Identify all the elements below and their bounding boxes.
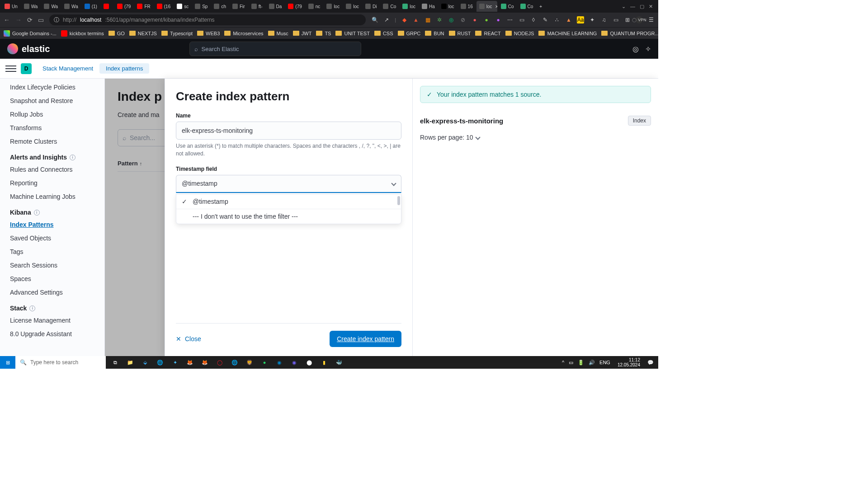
timestamp-select[interactable]: @timestamp	[176, 175, 401, 193]
ext-icon[interactable]: ∴	[553, 16, 561, 23]
sidebar-item[interactable]: Remote Clusters	[0, 135, 104, 148]
browser-tab[interactable]: Di	[363, 1, 379, 12]
browser-tab[interactable]: Wa	[61, 1, 81, 12]
ext-icon[interactable]: ⊘	[459, 16, 467, 23]
taskbar-app[interactable]: 🌐	[228, 356, 241, 369]
breadcrumb-index-patterns[interactable]: Index patterns	[99, 63, 149, 74]
sidebar-item[interactable]: Snapshot and Restore	[0, 94, 104, 108]
browser-tab[interactable]: loc	[343, 1, 362, 12]
share-icon[interactable]: ↗	[383, 16, 390, 23]
bookmark-item[interactable]: Typescript	[161, 31, 193, 36]
maximize-icon[interactable]: ▢	[640, 4, 644, 9]
taskbar-app[interactable]: ✦	[168, 356, 182, 369]
sidebar-item[interactable]: Index Lifecycle Policies	[0, 80, 104, 94]
browser-tab[interactable]: (79	[285, 1, 304, 12]
sidebar-item[interactable]: Tags	[0, 245, 104, 258]
sidebar-item[interactable]: License Management	[0, 314, 104, 327]
url-input[interactable]: ⓘ http://localhost:5601/app/management/k…	[49, 14, 366, 25]
ext-icon[interactable]: ▦	[424, 16, 431, 23]
ext-icon[interactable]: ▭	[612, 16, 619, 23]
ext-icon[interactable]: ⊞	[624, 16, 631, 23]
bookmark-item[interactable]: MACHINE LEARNING	[538, 31, 597, 36]
sidebar-item[interactable]: Spaces	[0, 272, 104, 286]
scrollbar[interactable]	[397, 196, 400, 205]
taskbar-app[interactable]: ◉	[288, 356, 301, 369]
sidebar-item[interactable]: Rules and Connectors	[0, 163, 104, 176]
browser-tab[interactable]: 16	[458, 1, 476, 12]
close-button[interactable]: ✕ Close	[176, 335, 201, 343]
back-icon[interactable]: ←	[4, 16, 10, 23]
taskbar-app[interactable]: ◉	[273, 356, 286, 369]
taskbar-app[interactable]: 🐳	[332, 356, 346, 369]
sidebar-item[interactable]: 8.0 Upgrade Assistant	[0, 327, 104, 341]
browser-tab[interactable]: Ha	[419, 1, 438, 12]
create-index-pattern-button[interactable]: Create index pattern	[330, 331, 401, 347]
menu-icon[interactable]: ☰	[647, 16, 655, 23]
taskbar-app[interactable]: 🌐	[153, 356, 167, 369]
info-icon[interactable]: i	[34, 210, 40, 216]
taskbar-clock[interactable]: 11:12 12.05.2024	[615, 357, 643, 367]
taskbar-app[interactable]: ⬙	[138, 356, 152, 369]
bookmark-item[interactable]: WEB3	[197, 31, 220, 36]
browser-tab[interactable]: Wa	[41, 1, 61, 12]
bookmark-item[interactable]: RUST	[449, 31, 471, 36]
bookmark-item[interactable]: QUANTUM PROGR...	[601, 31, 658, 36]
tray-expand-icon[interactable]: ^	[562, 360, 564, 365]
rows-per-page[interactable]: Rows per page: 10	[420, 134, 651, 141]
ext-icon[interactable]: ◊	[530, 16, 537, 23]
ext-icon[interactable]: ◎	[448, 16, 455, 23]
browser-tab[interactable]: ft-	[249, 1, 265, 12]
newsfeed-icon[interactable]: ◎	[632, 45, 639, 53]
browser-tab[interactable]: Da	[266, 1, 285, 12]
bookmark-item[interactable]: BUN	[425, 31, 444, 36]
forward-icon[interactable]: →	[15, 16, 22, 23]
browser-tab[interactable]: (1)	[82, 1, 100, 12]
global-search[interactable]: ⌕ Search Elastic	[189, 42, 361, 56]
minimize-icon[interactable]: —	[630, 4, 635, 9]
bookmark-item[interactable]: NEXTJS	[129, 31, 157, 36]
help-icon[interactable]: ✧	[645, 45, 651, 53]
ext-icon[interactable]: ⋯	[506, 16, 514, 23]
breadcrumb-stack-management[interactable]: Stack Management	[36, 63, 99, 74]
browser-tab[interactable]: Fir	[230, 1, 248, 12]
taskbar-search[interactable]: 🔍 Type here to search	[15, 356, 106, 369]
tray-volume-icon[interactable]: 🔊	[589, 360, 595, 366]
browser-tab[interactable]: Co	[498, 1, 517, 12]
elastic-logo[interactable]: elastic	[7, 43, 50, 54]
task-view-icon[interactable]: ⧉	[108, 356, 122, 369]
browser-tab[interactable]: loc	[400, 1, 418, 12]
tray-icon[interactable]: 🔋	[578, 360, 584, 366]
ext-icon[interactable]: ♫	[600, 16, 608, 23]
sidebar-item[interactable]: Machine Learning Jobs	[0, 190, 104, 203]
reload-icon[interactable]: ⟳	[27, 16, 33, 23]
sidebar-item[interactable]: Reporting	[0, 176, 104, 190]
ext-icon[interactable]: ▲	[565, 16, 572, 23]
browser-tab[interactable]: (79	[114, 1, 133, 12]
dropdown-option-timestamp[interactable]: @timestamp	[176, 194, 401, 209]
browser-tab-active[interactable]: loc✕	[476, 1, 497, 12]
taskbar-app[interactable]: ◯	[213, 356, 226, 369]
start-button[interactable]: ⊞	[0, 356, 15, 369]
vpn-badge[interactable]: ◯VPN	[636, 16, 643, 23]
brave-shield-icon[interactable]: ◆	[401, 16, 408, 23]
tray-icon[interactable]: ▭	[569, 360, 573, 366]
bookmark-item[interactable]: JWT	[293, 31, 312, 36]
close-window-icon[interactable]: ✕	[649, 4, 653, 9]
sidebar-item-index-patterns[interactable]: Index Patterns	[0, 218, 104, 231]
browser-tab[interactable]: Co	[518, 1, 536, 12]
ext-icon[interactable]: ✎	[542, 16, 549, 23]
browser-tab[interactable]: nc	[306, 1, 323, 12]
ext-icon[interactable]: Aa	[577, 16, 584, 23]
bookmark-item[interactable]: NODEJS	[505, 31, 534, 36]
new-tab-button[interactable]: +	[537, 1, 545, 12]
nav-toggle-icon[interactable]	[5, 63, 16, 74]
bookmark-item[interactable]: Google Domains -...	[4, 30, 57, 37]
notifications-icon[interactable]: 💬	[647, 360, 654, 366]
tray-lang[interactable]: ENG	[599, 360, 610, 365]
taskbar-app[interactable]: 🦊	[198, 356, 212, 369]
taskbar-app[interactable]: 📁	[123, 356, 137, 369]
bookmark-item[interactable]: kickbox termins	[61, 30, 104, 37]
site-info-icon[interactable]: ⓘ	[54, 16, 59, 24]
bookmark-item[interactable]: GO	[108, 31, 125, 36]
taskbar-app[interactable]: ▮	[317, 356, 331, 369]
